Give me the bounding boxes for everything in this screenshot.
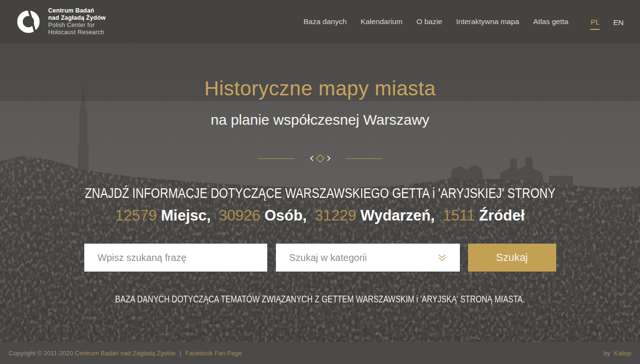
lang-switch-pl[interactable]: PL [590,14,600,30]
broken-ring-logo-icon [16,10,40,34]
nav-item-interaktywna-mapa[interactable]: Interaktywna mapa [456,13,519,30]
footer-separator: | [180,350,181,357]
nav-item-kalendarium[interactable]: Kalendarium [361,13,403,30]
search-bar: Szukaj w kategorii Szukaj [0,244,640,272]
nav-item-atlas-getta[interactable]: Atlas getta [533,13,568,30]
search-button[interactable]: Szukaj [468,244,556,272]
stat-events: 31229 Wydarzeń, [315,207,435,224]
nav-item-baza-danych[interactable]: Baza danych [303,13,347,30]
diamond-ornament-icon [309,153,332,164]
hero-content: Historyczne mapy miasta na planie współc… [0,43,640,342]
hero-section: Historyczne mapy miasta na planie współc… [0,43,640,342]
brand-name-en-line1: Polish Center for [48,22,105,29]
credit-prefix: by [604,350,611,357]
stat-places: 12579 Miejsc, [115,207,210,224]
copyright-text: Copyright © 2011-2020 [9,350,73,357]
stat-sources: 1511 Źródeł [443,207,525,224]
brand-name-pl-line2: nad Zagładą Żydów [48,14,105,22]
site-header: Centrum Badań nad Zagładą Żydów Polish C… [0,0,640,43]
site-footer: Copyright © 2011-2020 Centrum Badań nad … [0,342,640,364]
credit-link-kaliop[interactable]: Kaliop [614,350,631,357]
footer-copyright: Copyright © 2011-2020 Centrum Badań nad … [9,350,242,357]
ornament-divider [0,153,640,164]
brand-name-en-line2: Holocaust Research [48,29,105,36]
database-description: BAZA DANYCH DOTYCZĄCA TEMATÓW ZWIĄZANYCH… [115,294,524,305]
main-nav: Baza danych Kalendarium O bazie Interakt… [303,13,624,30]
nav-item-o-bazie[interactable]: O bazie [417,13,442,30]
find-info-heading: ZNAJDŹ INFORMACJE DOTYCZĄCE WARSZAWSKIEG… [85,185,555,201]
footer-link-center[interactable]: Centrum Badań nad Zagładą Żydów [75,350,175,357]
brand-name-pl-line1: Centrum Badań [48,7,105,14]
stats-line: 12579 Miejsc, 30926 Osób, 31229 Wydarzeń… [0,207,640,224]
page-title: Historyczne mapy miasta [0,43,640,100]
search-phrase-input[interactable] [84,244,267,272]
brand-logo-link[interactable]: Centrum Badań nad Zagładą Żydów Polish C… [16,7,105,36]
footer-link-facebook[interactable]: Facebook Fan Page [185,350,242,357]
brand-text: Centrum Badań nad Zagładą Żydów Polish C… [48,7,105,36]
footer-credit: by Kaliop [604,350,632,357]
stat-people: 30926 Osób, [219,207,307,224]
divider-line-right [346,158,382,159]
divider-line-left [258,158,295,159]
lang-switch-en[interactable]: EN [613,14,624,29]
category-select-value: Szukaj w kategorii [289,252,367,263]
chevron-down-icon [436,254,448,261]
page-subtitle: na planie współczesnej Warszawy [0,112,640,128]
category-select[interactable]: Szukaj w kategorii [276,244,460,272]
